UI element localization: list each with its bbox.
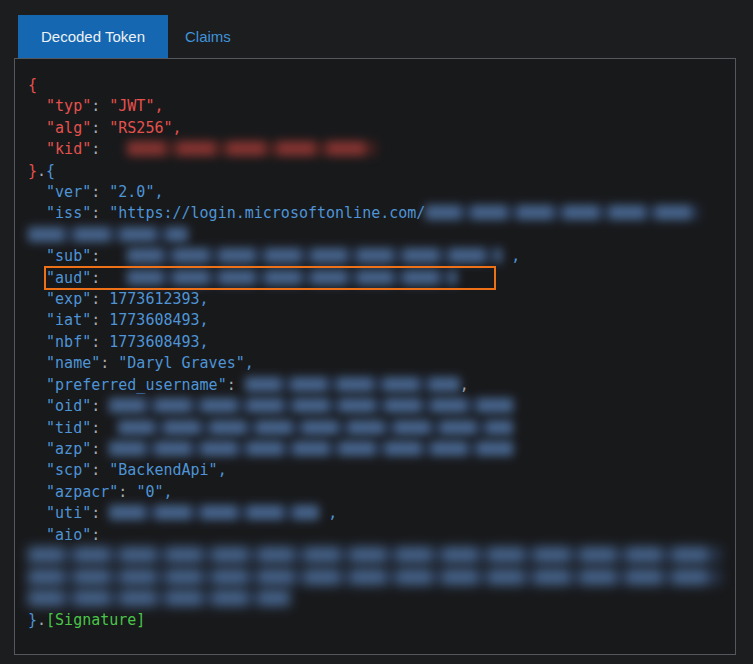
redacted-value (118, 420, 513, 435)
token-line: "name": "Daryl Graves", (28, 353, 725, 374)
token-line (28, 546, 725, 567)
token-text: 1773608493, (109, 333, 208, 351)
tab-claims[interactable]: Claims (168, 15, 248, 58)
token-text: : (91, 419, 109, 437)
tab-decoded-token[interactable]: Decoded Token (18, 15, 168, 58)
token-text: 1773612393, (109, 290, 208, 308)
token-content: { "typ": "JWT", "alg": "RS256", "kid": }… (28, 75, 725, 632)
redacted-value (109, 398, 514, 413)
token-text: : (118, 483, 136, 501)
token-text: : (91, 311, 109, 329)
token-text: : (91, 526, 109, 544)
redacted-value (28, 227, 188, 242)
token-text: 1773608493, (109, 311, 208, 329)
redacted-value (28, 569, 720, 585)
token-text: [Signature] (46, 611, 145, 629)
token-text: "name" (28, 354, 100, 372)
token-line: "exp": 1773612393, (28, 289, 725, 310)
token-text: "exp" (28, 290, 91, 308)
token-line: "iss": "https://login.microsoftonline.co… (28, 203, 725, 224)
token-text: : (91, 440, 109, 458)
token-line (28, 589, 725, 610)
token-text: : (91, 290, 109, 308)
token-text: "kid" (28, 140, 91, 158)
tab-bar: Decoded Token Claims (0, 0, 753, 58)
token-line: { (28, 75, 725, 96)
token-text: , (460, 376, 469, 394)
token-text: : (91, 504, 109, 522)
token-line (28, 567, 725, 588)
token-text: "Daryl Graves", (118, 354, 253, 372)
token-text: "azpacr" (28, 483, 118, 501)
token-line: "iat": 1773608493, (28, 310, 725, 331)
token-text (109, 247, 127, 265)
token-text: "https://login.microsoftonline.com/ (109, 204, 425, 222)
token-text: } (28, 611, 37, 629)
token-text: . (37, 162, 46, 180)
token-text: "preferred_username" (28, 376, 227, 394)
token-text: "ver" (28, 183, 91, 201)
token-text: : (91, 461, 109, 479)
token-line: "uti": , (28, 503, 725, 524)
token-line: "alg": "RS256", (28, 118, 725, 139)
token-text: : (100, 354, 118, 372)
token-text: : (91, 119, 109, 137)
token-text: . (37, 611, 46, 629)
token-line: "azp": (28, 439, 725, 460)
token-text: : (91, 97, 109, 115)
token-line: "tid": (28, 418, 725, 439)
token-text: "BackendApi", (109, 461, 226, 479)
redacted-value (109, 505, 319, 520)
token-text: : (91, 204, 109, 222)
token-text (109, 140, 127, 158)
tab-decoded-token-label: Decoded Token (41, 28, 145, 45)
token-text: "iss" (28, 204, 91, 222)
token-text: : (91, 183, 109, 201)
token-text: "JWT", (109, 97, 163, 115)
token-text: : (91, 397, 109, 415)
token-line: "oid": (28, 396, 725, 417)
redacted-value (245, 377, 460, 392)
token-text: "sub" (28, 247, 91, 265)
redacted-value (127, 248, 502, 263)
token-text: "2.0", (109, 183, 163, 201)
redacted-value (109, 441, 514, 456)
token-text: "aio" (28, 526, 91, 544)
token-text: "tid" (28, 419, 91, 437)
token-text: "uti" (28, 504, 91, 522)
token-text: "RS256", (109, 119, 181, 137)
redacted-value (127, 141, 377, 156)
token-text: : (91, 247, 109, 265)
redacted-value (28, 547, 720, 563)
token-text: "oid" (28, 397, 91, 415)
token-text: { (28, 76, 37, 94)
token-line: "preferred_username": , (28, 375, 725, 396)
token-text (109, 269, 127, 287)
token-text: "iat" (28, 311, 91, 329)
token-text: "aud" (28, 269, 91, 287)
token-line: "kid": (28, 139, 725, 160)
token-text: "alg" (28, 119, 91, 137)
token-line: "ver": "2.0", (28, 182, 725, 203)
token-text: , (319, 504, 337, 522)
token-line: }.{ (28, 161, 725, 182)
token-text: "nbf" (28, 333, 91, 351)
token-text: : (91, 269, 109, 287)
token-line: }.[Signature] (28, 610, 725, 631)
token-text: "0", (136, 483, 172, 501)
token-text: "azp" (28, 440, 91, 458)
redacted-value (127, 270, 457, 285)
token-line (28, 225, 725, 246)
redacted-value (28, 590, 290, 606)
token-line: "scp": "BackendApi", (28, 460, 725, 481)
token-text: , (502, 247, 520, 265)
token-line: "azpacr": "0", (28, 482, 725, 503)
token-text: : (91, 140, 109, 158)
token-text: } (28, 162, 37, 180)
token-line: "aud": (28, 268, 725, 289)
token-line: "typ": "JWT", (28, 96, 725, 117)
token-text (109, 419, 118, 437)
token-text: : (91, 333, 109, 351)
tab-claims-label: Claims (185, 28, 231, 45)
token-line: "nbf": 1773608493, (28, 332, 725, 353)
